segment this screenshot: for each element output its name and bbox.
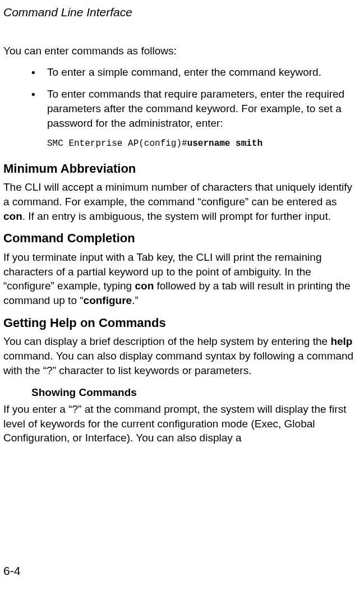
bullet-dot-icon: • [31,87,47,130]
showing-commands-paragraph: If you enter a “?” at the command prompt… [3,402,358,445]
help-paragraph: You can display a brief description of t… [3,334,358,377]
bullet-dot-icon: • [31,65,47,80]
code-example: SMC Enterprise AP(config)#username smith [47,138,358,150]
section-heading-cmd-completion: Command Completion [3,230,358,247]
bullet-item: • To enter a simple command, enter the c… [3,65,358,80]
page: Command Line Interface You can enter com… [0,0,364,590]
text-run: . If an entry is ambiguous, the system w… [22,210,331,222]
cmd-completion-paragraph: If you terminate input with a Tab key, t… [3,250,358,308]
min-abbrev-paragraph: The CLI will accept a minimum number of … [3,180,358,223]
text-run: You can display a brief description of t… [3,335,330,347]
code-prefix: SMC Enterprise AP(config)# [47,139,187,149]
text-bold: configure [84,294,132,306]
text-run: .” [132,294,139,306]
bullet-text: To enter a simple command, enter the com… [47,65,358,80]
text-run: command. You can also display command sy… [3,350,353,376]
running-header: Command Line Interface [3,4,132,20]
section-heading-min-abbrev: Minimum Abbreviation [3,160,358,177]
bullet-text: To enter commands that require parameter… [47,87,358,130]
text-bold: con [3,210,22,222]
body-content: You can enter commands as follows: • To … [3,44,358,452]
code-command: username smith [187,139,262,149]
intro-text: You can enter commands as follows: [3,44,358,58]
section-heading-help: Getting Help on Commands [3,315,358,331]
text-bold: con [135,280,154,292]
text-run: The CLI will accept a minimum number of … [3,181,352,208]
bullet-item: • To enter commands that require paramet… [3,87,358,130]
subsection-heading-showing-commands: Showing Commands [31,385,358,400]
text-bold: help [330,335,352,347]
page-number: 6-4 [3,563,20,579]
